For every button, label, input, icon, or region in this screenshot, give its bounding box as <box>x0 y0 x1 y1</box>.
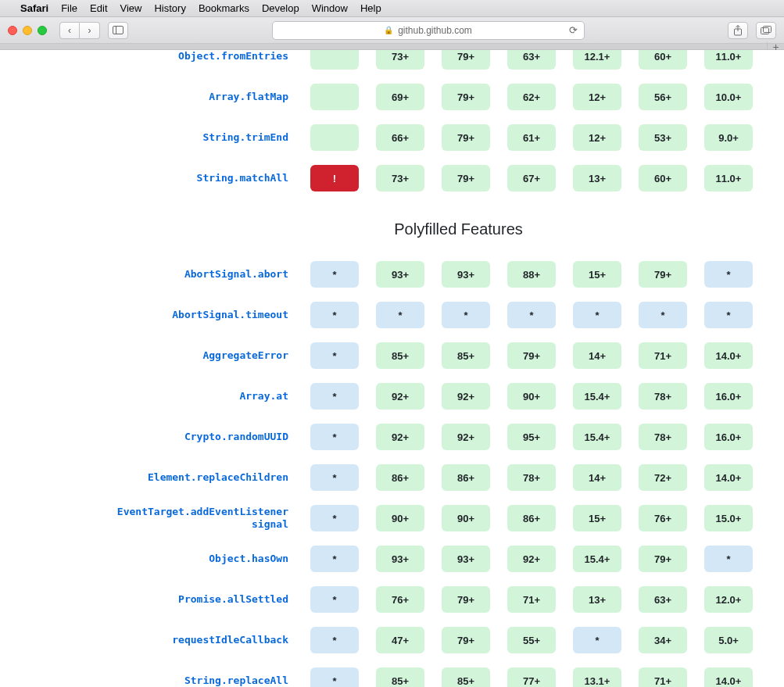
support-cell: 16.0+ <box>704 424 753 450</box>
support-cell: 12.0+ <box>704 586 753 613</box>
feature-link[interactable]: Promise.allSettled <box>90 593 293 606</box>
back-button[interactable]: ‹ <box>59 22 80 39</box>
safari-toolbar: ‹ › 🔒 github.github.com ⟳ <box>0 17 784 44</box>
feature-link[interactable]: Array.at <box>90 390 293 403</box>
support-cell: * <box>310 383 359 410</box>
feature-link[interactable]: Object.fromEntries <box>90 50 293 63</box>
support-cell <box>310 84 359 110</box>
support-cell: 13.1+ <box>573 667 621 687</box>
support-cells: 69+79+62+12+56+10.0+ <box>310 84 753 110</box>
support-cell: 69+ <box>376 84 424 110</box>
feature-link[interactable]: AbortSignal.timeout <box>90 309 293 321</box>
feature-link[interactable]: AbortSignal.abort <box>90 268 293 281</box>
menu-help[interactable]: Help <box>360 2 381 14</box>
support-cells: 66+79+61+12+53+9.0+ <box>310 124 753 151</box>
feature-link[interactable]: Element.replaceChildren <box>90 471 293 484</box>
window-controls <box>8 26 47 35</box>
table-row: AggregateError*85+85+79+14+71+14.0+ <box>31 335 753 376</box>
support-cell: 55+ <box>507 627 556 653</box>
table-row: AbortSignal.timeout******* <box>31 295 753 335</box>
support-cell: 79+ <box>442 124 490 151</box>
menu-history[interactable]: History <box>154 2 185 14</box>
support-cell <box>310 50 359 70</box>
support-cell: 15.0+ <box>704 505 753 531</box>
menu-develop[interactable]: Develop <box>262 2 299 14</box>
feature-link[interactable]: String.replaceAll <box>90 674 293 687</box>
table-row: Object.fromEntries73+79+63+12.1+60+11.0+ <box>31 50 753 77</box>
support-cell: 34+ <box>639 627 687 653</box>
table-row: String.replaceAll*85+85+77+13.1+71+14.0+ <box>31 660 753 687</box>
support-cell: 15.4+ <box>573 546 621 572</box>
close-window-icon[interactable] <box>8 26 17 35</box>
feature-link[interactable]: String.trimEnd <box>90 131 293 144</box>
table-row: Array.flatMap69+79+62+12+56+10.0+ <box>31 77 753 117</box>
menu-view[interactable]: View <box>120 2 142 14</box>
forward-button[interactable]: › <box>80 22 100 39</box>
menu-bookmarks[interactable]: Bookmarks <box>199 2 249 14</box>
support-cell: * <box>704 302 753 328</box>
mac-menubar: Safari File Edit View History Bookmarks … <box>0 0 784 17</box>
support-cell: * <box>310 464 359 491</box>
support-cell: 56+ <box>639 84 687 110</box>
support-cell: 92+ <box>376 383 424 410</box>
feature-link[interactable]: requestIdleCallback <box>90 634 293 646</box>
support-cell: 63+ <box>639 586 687 613</box>
support-cells: *92+92+95+15.4+78+16.0+ <box>310 424 753 450</box>
support-cell: 61+ <box>507 124 556 151</box>
support-cells: *47+79+55+*34+5.0+ <box>310 627 753 653</box>
support-cell: 85+ <box>442 667 490 687</box>
menu-file[interactable]: File <box>61 2 77 14</box>
url-bar[interactable]: 🔒 github.github.com ⟳ <box>272 21 585 40</box>
support-cell: 14.0+ <box>704 464 753 491</box>
support-cell: 76+ <box>639 505 687 531</box>
support-cell: 90+ <box>376 505 424 531</box>
feature-link[interactable]: AggregateError <box>90 349 293 362</box>
support-cell: 60+ <box>639 50 687 70</box>
support-cell: 71+ <box>639 342 687 369</box>
support-cell: 79+ <box>507 342 556 369</box>
lock-icon: 🔒 <box>384 26 393 34</box>
feature-link[interactable]: EventTarget.addEventListener signal <box>90 506 293 531</box>
support-cell: * <box>639 302 687 328</box>
support-cell: 78+ <box>639 383 687 410</box>
table-row: Element.replaceChildren*86+86+78+14+72+1… <box>31 457 753 498</box>
table-row: AbortSignal.abort*93+93+88+15+79+* <box>31 254 753 295</box>
support-cells: *76+79+71+13+63+12.0+ <box>310 586 753 613</box>
support-cell: 79+ <box>639 261 687 288</box>
support-cell: 67+ <box>507 165 556 191</box>
support-cells: ******* <box>310 302 753 328</box>
page-viewport[interactable]: Object.fromEntries73+79+63+12.1+60+11.0+… <box>0 50 784 687</box>
feature-link[interactable]: Array.flatMap <box>90 91 293 103</box>
support-cell: 92+ <box>376 424 424 450</box>
share-button[interactable] <box>728 22 748 39</box>
feature-link[interactable]: Object.hasOwn <box>90 553 293 565</box>
support-cell: 93+ <box>376 546 424 572</box>
support-cell: 79+ <box>442 627 490 653</box>
support-cell: 78+ <box>639 424 687 450</box>
reload-icon[interactable]: ⟳ <box>569 24 578 36</box>
app-name[interactable]: Safari <box>20 2 48 14</box>
table-row: requestIdleCallback*47+79+55+*34+5.0+ <box>31 620 753 660</box>
support-cell: * <box>310 667 359 687</box>
support-cell: 79+ <box>442 165 490 191</box>
support-cell: * <box>310 505 359 531</box>
feature-link[interactable]: Crypto.randomUUID <box>90 431 293 443</box>
tabs-button[interactable] <box>756 22 776 39</box>
support-cell: 11.0+ <box>704 50 753 70</box>
sidebar-button[interactable] <box>108 22 128 39</box>
menu-edit[interactable]: Edit <box>90 2 107 14</box>
support-cell: 86+ <box>376 464 424 491</box>
support-cells: *85+85+79+14+71+14.0+ <box>310 342 753 369</box>
menu-window[interactable]: Window <box>312 2 348 14</box>
support-cell: 13+ <box>573 165 621 191</box>
page-content: Object.fromEntries73+79+63+12.1+60+11.0+… <box>0 50 784 687</box>
table-row: String.trimEnd66+79+61+12+53+9.0+ <box>31 117 753 158</box>
feature-link[interactable]: String.matchAll <box>90 172 293 184</box>
support-cell: 62+ <box>507 84 556 110</box>
minimize-window-icon[interactable] <box>23 26 32 35</box>
zoom-window-icon[interactable] <box>38 26 47 35</box>
support-cell: 15.4+ <box>573 424 621 450</box>
support-cell: ! <box>310 165 359 191</box>
table-row: Array.at*92+92+90+15.4+78+16.0+ <box>31 376 753 417</box>
svg-rect-4 <box>761 27 769 34</box>
